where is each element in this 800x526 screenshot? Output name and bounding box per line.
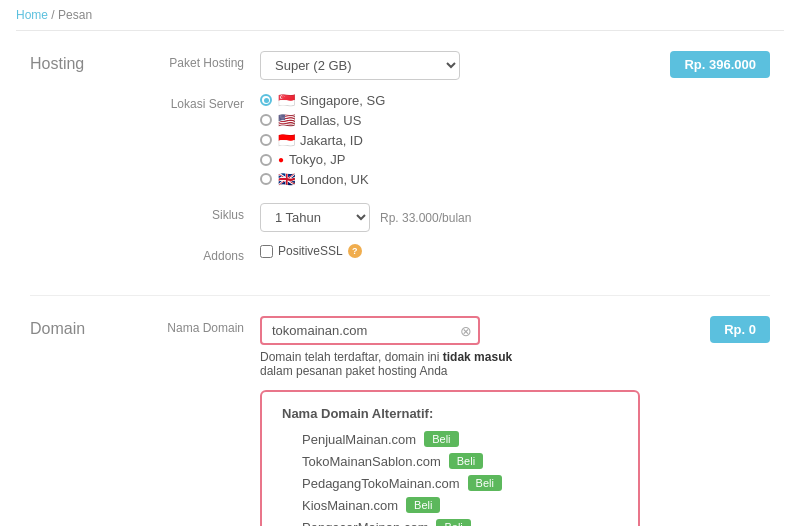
domain-row: Nama Domain ⊗ Domain telah terdaftar, do… [130, 316, 770, 378]
paket-select[interactable]: Super (2 GB)Starter (1 GB)Business (5 GB… [260, 51, 460, 80]
siklus-row: Siklus 1 Tahun6 Bulan3 Bulan1 Bulan Rp. … [130, 203, 770, 232]
server-option-uk[interactable]: 🇬🇧 London, UK [260, 171, 770, 187]
paket-label: Paket Hosting [130, 51, 260, 70]
beli-btn-3[interactable]: Beli [406, 497, 440, 513]
server-label-sg: Singapore, SG [300, 93, 385, 108]
domain-label: Nama Domain [130, 316, 260, 335]
beli-btn-1[interactable]: Beli [449, 453, 483, 469]
alt-domain-item-3: KiosMainan.com Beli [302, 497, 618, 513]
siklus-control: 1 Tahun6 Bulan3 Bulan1 Bulan Rp. 33.000/… [260, 203, 770, 232]
server-options-list: 🇸🇬 Singapore, SG 🇺🇸 Dallas, US 🇮🇩 Jakart… [260, 92, 770, 187]
domain-note-bold: tidak masuk [443, 350, 512, 364]
flag-id: 🇮🇩 [278, 132, 295, 148]
domain-note-1: Domain telah terdaftar, domain ini [260, 350, 443, 364]
clear-domain-icon[interactable]: ⊗ [460, 323, 472, 339]
server-option-sg[interactable]: 🇸🇬 Singapore, SG [260, 92, 770, 108]
server-label-uk: London, UK [300, 172, 369, 187]
breadcrumb-home[interactable]: Home [16, 8, 48, 22]
ssl-checkbox[interactable] [260, 245, 273, 258]
alt-domain-title: Nama Domain Alternatif: [282, 406, 618, 421]
flag-us: 🇺🇸 [278, 112, 295, 128]
alt-domain-item-0: PenjualMainan.com Beli [302, 431, 618, 447]
paket-price-action: Rp. 396.000 [670, 51, 770, 78]
server-label-id: Jakarta, ID [300, 133, 363, 148]
page-content: Hosting Paket Hosting Super (2 GB)Starte… [0, 31, 800, 526]
siklus-select[interactable]: 1 Tahun6 Bulan3 Bulan1 Bulan [260, 203, 370, 232]
siklus-note: Rp. 33.000/bulan [380, 211, 471, 225]
addons-label: Addons [130, 244, 260, 263]
radio-us [260, 114, 272, 126]
hosting-title: Hosting [30, 51, 130, 275]
hosting-section: Hosting Paket Hosting Super (2 GB)Starte… [30, 31, 770, 296]
addons-control: PositiveSSL ? [260, 244, 770, 258]
domain-section: Domain Nama Domain ⊗ Domain telah terdaf… [30, 296, 770, 526]
lokasi-label: Lokasi Server [130, 92, 260, 111]
radio-id [260, 134, 272, 146]
alt-domain-item-2: PedagangTokoMainan.com Beli [302, 475, 618, 491]
domain-price-action: Rp. 0 [710, 316, 770, 343]
beli-btn-0[interactable]: Beli [424, 431, 458, 447]
domain-control: ⊗ Domain telah terdaftar, domain ini tid… [260, 316, 690, 378]
domain-price-badge[interactable]: Rp. 0 [710, 316, 770, 343]
flag-jp: ● [278, 154, 284, 165]
alt-domain-box: Nama Domain Alternatif: PenjualMainan.co… [260, 390, 640, 526]
radio-sg [260, 94, 272, 106]
flag-sg: 🇸🇬 [278, 92, 295, 108]
flag-uk: 🇬🇧 [278, 171, 295, 187]
server-option-us[interactable]: 🇺🇸 Dallas, US [260, 112, 770, 128]
server-option-id[interactable]: 🇮🇩 Jakarta, ID [260, 132, 770, 148]
lokasi-row: Lokasi Server 🇸🇬 Singapore, SG 🇺🇸 Dallas… [130, 92, 770, 191]
alt-domain-name-4: PengecerMainan.com [302, 520, 428, 527]
paket-control: Super (2 GB)Starter (1 GB)Business (5 GB… [260, 51, 650, 80]
alt-domain-list: PenjualMainan.com Beli TokoMainanSablon.… [282, 431, 618, 526]
breadcrumb: Home / Pesan [0, 0, 800, 30]
siklus-row-inner: 1 Tahun6 Bulan3 Bulan1 Bulan Rp. 33.000/… [260, 203, 770, 232]
domain-body: Nama Domain ⊗ Domain telah terdaftar, do… [130, 316, 770, 526]
radio-jp [260, 154, 272, 166]
server-label-jp: Tokyo, JP [289, 152, 345, 167]
domain-note-2: dalam pesanan paket hosting Anda [260, 364, 447, 378]
breadcrumb-current: Pesan [58, 8, 92, 22]
domain-title: Domain [30, 316, 130, 526]
alt-domain-item-1: TokoMainanSablon.com Beli [302, 453, 618, 469]
radio-uk [260, 173, 272, 185]
server-option-jp[interactable]: ● Tokyo, JP [260, 152, 770, 167]
server-label-us: Dallas, US [300, 113, 361, 128]
domain-input-wrap: ⊗ [260, 316, 480, 345]
ssl-addon-label[interactable]: PositiveSSL ? [260, 244, 770, 258]
paket-price-badge[interactable]: Rp. 396.000 [670, 51, 770, 78]
addons-row: Addons PositiveSSL ? [130, 244, 770, 263]
siklus-label: Siklus [130, 203, 260, 222]
help-icon[interactable]: ? [348, 244, 362, 258]
lokasi-control: 🇸🇬 Singapore, SG 🇺🇸 Dallas, US 🇮🇩 Jakart… [260, 92, 770, 191]
alt-domain-name-2: PedagangTokoMainan.com [302, 476, 460, 491]
ssl-label: PositiveSSL [278, 244, 343, 258]
domain-input[interactable] [260, 316, 480, 345]
domain-note: Domain telah terdaftar, domain ini tidak… [260, 350, 540, 378]
hosting-body: Paket Hosting Super (2 GB)Starter (1 GB)… [130, 51, 770, 275]
alt-domain-name-3: KiosMainan.com [302, 498, 398, 513]
alt-domain-name-1: TokoMainanSablon.com [302, 454, 441, 469]
beli-btn-2[interactable]: Beli [468, 475, 502, 491]
beli-btn-4[interactable]: Beli [436, 519, 470, 526]
alt-domain-item-4: PengecerMainan.com Beli [302, 519, 618, 526]
alt-domain-name-0: PenjualMainan.com [302, 432, 416, 447]
paket-row: Paket Hosting Super (2 GB)Starter (1 GB)… [130, 51, 770, 80]
